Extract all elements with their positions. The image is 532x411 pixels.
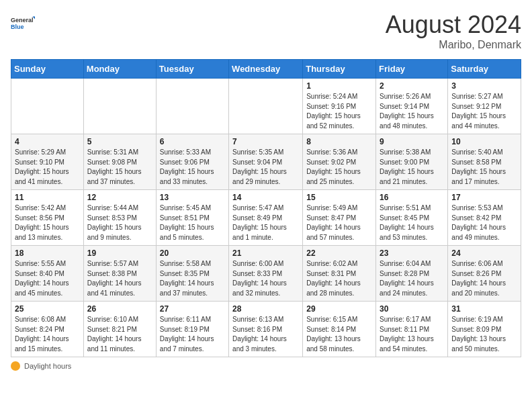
day-number: 5 [87, 137, 152, 146]
day-number: 23 [380, 248, 444, 258]
month-title: August 2024 [386, 11, 521, 39]
calendar-week-row: 18Sunrise: 5:55 AM Sunset: 8:40 PM Dayli… [11, 246, 521, 302]
day-number: 20 [160, 248, 225, 258]
calendar-cell: 7Sunrise: 5:35 AM Sunset: 9:04 PM Daylig… [229, 134, 303, 190]
calendar-cell [229, 79, 303, 134]
day-number: 14 [232, 193, 299, 202]
day-number: 8 [306, 137, 372, 146]
day-number: 15 [306, 193, 372, 202]
calendar-cell: 13Sunrise: 5:45 AM Sunset: 8:51 PM Dayli… [156, 190, 228, 246]
calendar-header-row: SundayMondayTuesdayWednesdayThursdayFrid… [11, 60, 521, 79]
calendar-day-header: Tuesday [156, 60, 228, 79]
calendar-cell: 27Sunrise: 6:11 AM Sunset: 8:19 PM Dayli… [156, 302, 228, 357]
day-info: Sunrise: 5:44 AM Sunset: 8:53 PM Dayligh… [87, 203, 152, 242]
calendar-week-row: 1Sunrise: 5:24 AM Sunset: 9:16 PM Daylig… [11, 79, 521, 134]
calendar-week-row: 25Sunrise: 6:08 AM Sunset: 8:24 PM Dayli… [11, 302, 521, 357]
day-info: Sunrise: 5:27 AM Sunset: 9:12 PM Dayligh… [451, 92, 517, 131]
calendar-cell: 20Sunrise: 5:58 AM Sunset: 8:35 PM Dayli… [156, 246, 228, 302]
day-number: 29 [306, 304, 372, 314]
day-info: Sunrise: 5:24 AM Sunset: 9:16 PM Dayligh… [306, 92, 372, 131]
day-info: Sunrise: 5:36 AM Sunset: 9:02 PM Dayligh… [306, 148, 372, 187]
svg-text:General: General [11, 17, 34, 24]
day-info: Sunrise: 6:11 AM Sunset: 8:19 PM Dayligh… [160, 315, 225, 354]
day-info: Sunrise: 5:51 AM Sunset: 8:45 PM Dayligh… [380, 203, 444, 242]
day-info: Sunrise: 5:45 AM Sunset: 8:51 PM Dayligh… [160, 203, 225, 242]
day-info: Sunrise: 6:08 AM Sunset: 8:24 PM Dayligh… [15, 315, 80, 354]
calendar-day-header: Sunday [11, 60, 84, 79]
day-number: 7 [232, 137, 299, 146]
day-number: 21 [232, 248, 299, 258]
calendar-cell: 5Sunrise: 5:31 AM Sunset: 9:08 PM Daylig… [83, 134, 156, 190]
day-info: Sunrise: 5:38 AM Sunset: 9:00 PM Dayligh… [380, 148, 444, 187]
calendar-cell [156, 79, 228, 134]
calendar-cell: 1Sunrise: 5:24 AM Sunset: 9:16 PM Daylig… [303, 79, 376, 134]
footer-text: Daylight hours [24, 362, 71, 370]
calendar-cell: 17Sunrise: 5:53 AM Sunset: 8:42 PM Dayli… [448, 190, 521, 246]
day-number: 11 [15, 193, 80, 202]
day-info: Sunrise: 5:57 AM Sunset: 8:38 PM Dayligh… [87, 259, 152, 298]
calendar-cell: 19Sunrise: 5:57 AM Sunset: 8:38 PM Dayli… [83, 246, 156, 302]
day-info: Sunrise: 5:33 AM Sunset: 9:06 PM Dayligh… [160, 148, 225, 187]
day-number: 12 [87, 193, 152, 202]
calendar-cell: 2Sunrise: 5:26 AM Sunset: 9:14 PM Daylig… [376, 79, 448, 134]
calendar-cell: 10Sunrise: 5:40 AM Sunset: 8:58 PM Dayli… [448, 134, 521, 190]
day-info: Sunrise: 5:35 AM Sunset: 9:04 PM Dayligh… [232, 148, 299, 187]
day-number: 26 [87, 304, 152, 314]
day-info: Sunrise: 5:58 AM Sunset: 8:35 PM Dayligh… [160, 259, 225, 298]
day-info: Sunrise: 5:53 AM Sunset: 8:42 PM Dayligh… [451, 203, 517, 242]
calendar-week-row: 11Sunrise: 5:42 AM Sunset: 8:56 PM Dayli… [11, 190, 521, 246]
day-number: 6 [160, 137, 225, 146]
day-info: Sunrise: 6:17 AM Sunset: 8:11 PM Dayligh… [380, 315, 444, 354]
day-info: Sunrise: 6:15 AM Sunset: 8:14 PM Dayligh… [306, 315, 372, 354]
calendar-cell: 18Sunrise: 5:55 AM Sunset: 8:40 PM Dayli… [11, 246, 84, 302]
calendar-cell: 15Sunrise: 5:49 AM Sunset: 8:47 PM Dayli… [303, 190, 376, 246]
day-info: Sunrise: 6:04 AM Sunset: 8:28 PM Dayligh… [380, 259, 444, 298]
calendar-cell: 21Sunrise: 6:00 AM Sunset: 8:33 PM Dayli… [229, 246, 303, 302]
calendar-cell: 30Sunrise: 6:17 AM Sunset: 8:11 PM Dayli… [376, 302, 448, 357]
footer-note: Daylight hours [11, 361, 521, 371]
svg-text:Blue: Blue [11, 24, 24, 30]
day-info: Sunrise: 6:02 AM Sunset: 8:31 PM Dayligh… [306, 259, 372, 298]
calendar-table: SundayMondayTuesdayWednesdayThursdayFrid… [11, 59, 521, 357]
day-info: Sunrise: 6:19 AM Sunset: 8:09 PM Dayligh… [451, 315, 517, 354]
calendar-cell: 16Sunrise: 5:51 AM Sunset: 8:45 PM Dayli… [376, 190, 448, 246]
calendar-cell: 6Sunrise: 5:33 AM Sunset: 9:06 PM Daylig… [156, 134, 228, 190]
calendar-cell: 9Sunrise: 5:38 AM Sunset: 9:00 PM Daylig… [376, 134, 448, 190]
calendar-day-header: Thursday [303, 60, 376, 79]
day-number: 22 [306, 248, 372, 258]
day-info: Sunrise: 6:13 AM Sunset: 8:16 PM Dayligh… [232, 315, 299, 354]
day-number: 30 [380, 304, 444, 314]
calendar-cell: 28Sunrise: 6:13 AM Sunset: 8:16 PM Dayli… [229, 302, 303, 357]
page-header: General Blue August 2024 Maribo, Denmark [11, 11, 521, 51]
day-number: 19 [87, 248, 152, 258]
day-number: 27 [160, 304, 225, 314]
day-info: Sunrise: 5:26 AM Sunset: 9:14 PM Dayligh… [380, 92, 444, 131]
day-number: 18 [15, 248, 80, 258]
title-area: August 2024 Maribo, Denmark [386, 11, 521, 51]
day-info: Sunrise: 5:29 AM Sunset: 9:10 PM Dayligh… [15, 148, 80, 187]
day-info: Sunrise: 5:47 AM Sunset: 8:49 PM Dayligh… [232, 203, 299, 242]
calendar-cell: 23Sunrise: 6:04 AM Sunset: 8:28 PM Dayli… [376, 246, 448, 302]
calendar-day-header: Friday [376, 60, 448, 79]
day-number: 4 [15, 137, 80, 146]
day-number: 17 [451, 193, 517, 202]
day-info: Sunrise: 6:06 AM Sunset: 8:26 PM Dayligh… [451, 259, 517, 298]
calendar-cell: 11Sunrise: 5:42 AM Sunset: 8:56 PM Dayli… [11, 190, 84, 246]
day-number: 25 [15, 304, 80, 314]
day-number: 16 [380, 193, 444, 202]
calendar-cell: 26Sunrise: 6:10 AM Sunset: 8:21 PM Dayli… [83, 302, 156, 357]
day-number: 2 [380, 81, 444, 91]
day-info: Sunrise: 5:31 AM Sunset: 9:08 PM Dayligh… [87, 148, 152, 187]
day-number: 31 [451, 304, 517, 314]
day-info: Sunrise: 5:49 AM Sunset: 8:47 PM Dayligh… [306, 203, 372, 242]
calendar-cell [11, 79, 84, 134]
day-number: 13 [160, 193, 225, 202]
calendar-cell: 3Sunrise: 5:27 AM Sunset: 9:12 PM Daylig… [448, 79, 521, 134]
calendar-cell: 12Sunrise: 5:44 AM Sunset: 8:53 PM Dayli… [83, 190, 156, 246]
day-info: Sunrise: 5:40 AM Sunset: 8:58 PM Dayligh… [451, 148, 517, 187]
calendar-day-header: Monday [83, 60, 156, 79]
day-info: Sunrise: 5:55 AM Sunset: 8:40 PM Dayligh… [15, 259, 80, 298]
calendar-week-row: 4Sunrise: 5:29 AM Sunset: 9:10 PM Daylig… [11, 134, 521, 190]
day-number: 3 [451, 81, 517, 91]
day-number: 10 [451, 137, 517, 146]
